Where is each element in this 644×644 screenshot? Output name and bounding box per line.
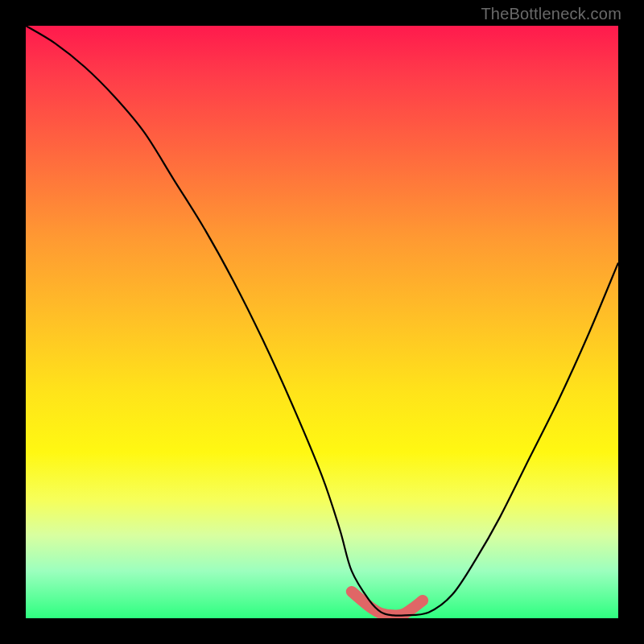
bottleneck-curve-path [26, 26, 618, 616]
plot-area [26, 26, 618, 618]
watermark-text: TheBottleneck.com [481, 5, 621, 23]
optimal-band-path [352, 592, 423, 616]
chart-svg [26, 26, 618, 618]
chart-frame: TheBottleneck.com [0, 0, 644, 644]
